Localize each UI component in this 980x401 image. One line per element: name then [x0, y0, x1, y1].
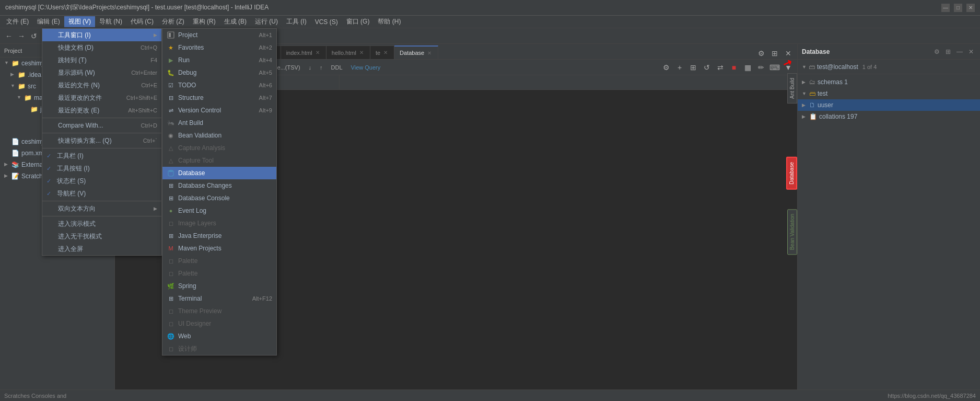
tw-maven[interactable]: M Maven Projects	[162, 242, 276, 255]
dbconsole-icon: ⊞	[167, 194, 175, 202]
menu-quickswitch[interactable]: 快速切换方案... (Q) Ctrl+`	[42, 134, 161, 147]
distraction-icon	[46, 232, 55, 240]
shortcut-label: Ctrl+Shift+E	[126, 95, 157, 101]
capturetool-icon: △	[167, 156, 175, 165]
tw-antbuild[interactable]: 🐜 Ant Build	[162, 117, 276, 129]
tw-palette1: ◻ Palette	[162, 255, 276, 267]
terminal-icon: ⊞	[167, 294, 175, 303]
bidi-icon	[46, 204, 55, 213]
eventlog-icon: ●	[167, 207, 175, 215]
tw-debug[interactable]: 🐛 Debug Alt+5	[162, 66, 276, 79]
themepreview-icon: ◻	[167, 307, 175, 315]
check-icon: ✓	[46, 178, 54, 185]
run-icon: ▶	[167, 56, 175, 64]
menu-distraction[interactable]: 进入无干扰模式	[42, 230, 161, 243]
menu-recentchanged[interactable]: 最近更改的文件 Ctrl+Shift+E	[42, 91, 161, 104]
shortcut-label: Ctrl+Q	[141, 44, 157, 51]
tw-themepreview: ◻ Theme Preview	[162, 305, 276, 317]
menu-overlay[interactable]: 工具窗口 (I) ▶ 快捷文档 (D) Ctrl+Q 跳转到 (T) F4 显示…	[0, 0, 980, 401]
quickswitch-icon	[46, 136, 55, 145]
tw-imagelayers: ◻ Image Layers	[162, 217, 276, 230]
tw-eventlog[interactable]: ● Event Log	[162, 204, 276, 217]
toolwindows-icon	[46, 31, 55, 39]
shortcut-label: Alt+F12	[252, 295, 272, 302]
tw-dbconsole[interactable]: ⊞ Database Console	[162, 192, 276, 204]
tw-spring[interactable]: 🌿 Spring	[162, 280, 276, 292]
submenu-arrow: ▶	[154, 206, 157, 211]
palette2-icon: ◻	[167, 269, 175, 278]
menu-sep1	[42, 118, 161, 118]
tw-designer: ◻ 设计师	[162, 342, 276, 355]
shortcut-label: Ctrl+Enter	[131, 70, 157, 76]
svg-rect-1	[169, 33, 171, 37]
menu-sep3	[42, 148, 161, 148]
menu-toolbuttons[interactable]: ✓ 工具按钮 (I)	[42, 162, 161, 175]
tw-structure[interactable]: ⊟ Structure Alt+7	[162, 91, 276, 104]
menu-quickdoc[interactable]: 快捷文档 (D) Ctrl+Q	[42, 41, 161, 54]
tools-submenu: Project Alt+1 ★ Favorites Alt+2 ▶ Run Al…	[162, 28, 277, 356]
structure-icon: ⊟	[167, 94, 175, 102]
tw-run[interactable]: ▶ Run Alt+4	[162, 54, 276, 66]
todo-icon: ☑	[167, 81, 175, 89]
menu-presentation[interactable]: 进入演示模式	[42, 217, 161, 230]
compare-icon	[46, 121, 55, 130]
menu-navbar[interactable]: ✓ 导航栏 (V)	[42, 187, 161, 200]
database-icon	[167, 169, 175, 177]
tw-terminal[interactable]: ⊞ Terminal Alt+F12	[162, 292, 276, 305]
tw-beanvalidation[interactable]: ◉ Bean Validation	[162, 129, 276, 142]
menu-statusbar[interactable]: ✓ 状态栏 (S)	[42, 175, 161, 187]
javaenterprise-icon: ⊞	[167, 232, 175, 240]
submenu-arrow: ▶	[154, 32, 157, 38]
recentchanged-icon	[46, 94, 55, 102]
menu-showsource[interactable]: 显示源码 (W) Ctrl+Enter	[42, 66, 161, 79]
menu-recentfiles[interactable]: 最近的文件 (N) Ctrl+E	[42, 79, 161, 91]
tw-dbchanges[interactable]: ⊞ Database Changes	[162, 179, 276, 192]
tw-todo[interactable]: ☑ TODO Alt+6	[162, 79, 276, 91]
bean-icon: ◉	[167, 131, 175, 140]
presentation-icon	[46, 220, 55, 228]
menu-toolwindows[interactable]: 工具窗口 (I) ▶	[42, 29, 161, 41]
shortcut-label: F4	[150, 57, 157, 63]
spring-icon: 🌿	[167, 282, 175, 290]
shortcut-label: Alt+1	[259, 32, 272, 38]
vcs-icon: ⇌	[167, 106, 175, 114]
tw-vcs[interactable]: ⇌ Version Control Alt+9	[162, 104, 276, 117]
tw-favorites[interactable]: ★ Favorites Alt+2	[162, 41, 276, 54]
menu-toolbar[interactable]: ✓ 工具栏 (I)	[42, 150, 161, 162]
shortcut-label: Alt+5	[259, 70, 272, 76]
ant-icon: 🐜	[167, 119, 175, 127]
quickdoc-icon	[46, 43, 55, 52]
tw-database[interactable]: Database	[162, 167, 276, 179]
view-dropdown: 工具窗口 (I) ▶ 快捷文档 (D) Ctrl+Q 跳转到 (T) F4 显示…	[42, 28, 162, 256]
maven-icon: M	[167, 244, 175, 253]
web-icon: 🌐	[167, 332, 175, 340]
designer-icon: ◻	[167, 345, 175, 353]
tw-web[interactable]: 🌐 Web	[162, 330, 276, 342]
tw-javaenterprise[interactable]: ⊞ Java Enterprise	[162, 230, 276, 242]
favorites-icon: ★	[167, 43, 175, 52]
fullscreen-icon	[46, 245, 55, 253]
check-icon: ✓	[46, 153, 54, 159]
shortcut-label: Alt+9	[259, 107, 272, 113]
menu-sep5	[42, 216, 161, 216]
menu-recentchanges[interactable]: 最近的更改 (E) Alt+Shift+C	[42, 104, 161, 117]
shortcut-label: Alt+4	[259, 57, 272, 63]
menu-jumpto[interactable]: 跳转到 (T) F4	[42, 54, 161, 66]
menu-bidi[interactable]: 双向文本方向 ▶	[42, 202, 161, 215]
shortcut-label: Alt+2	[259, 44, 272, 51]
shortcut-label: Alt+7	[259, 95, 272, 101]
tw-capturetool: △ Capture Tool	[162, 154, 276, 167]
menu-fullscreen[interactable]: 进入全屏	[42, 243, 161, 255]
menu-compare[interactable]: Compare With... Ctrl+D	[42, 119, 161, 132]
svg-point-2	[168, 170, 173, 172]
menu-sep4	[42, 201, 161, 201]
uidesigner-icon: ◻	[167, 319, 175, 328]
tw-project[interactable]: Project Alt+1	[162, 29, 276, 41]
tw-captureanalysis: △ Capture Analysis	[162, 142, 276, 154]
shortcut-label: Ctrl+D	[141, 122, 157, 129]
project-icon	[167, 31, 175, 39]
imagelayers-icon: ◻	[167, 219, 175, 227]
check-icon: ✓	[46, 165, 54, 172]
dbchanges-icon: ⊞	[167, 181, 175, 190]
tw-uidesigner: ◻ UI Designer	[162, 317, 276, 330]
